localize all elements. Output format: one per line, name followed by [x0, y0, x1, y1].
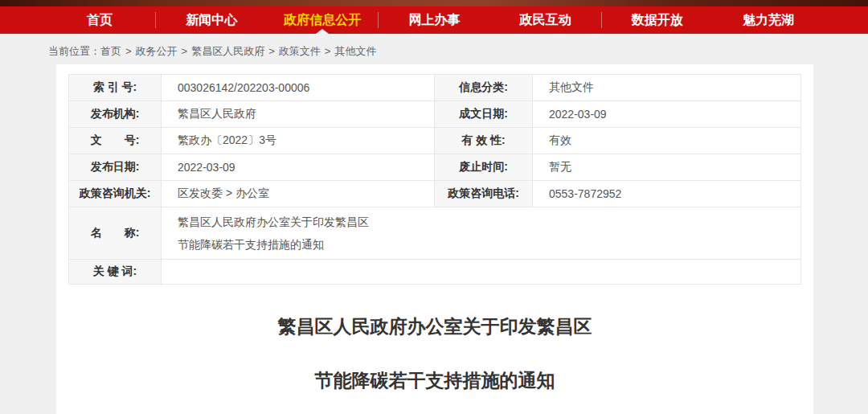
repeal-time-label: 废止时间:	[435, 154, 533, 181]
policy-consult-phone-value: 0553-7872952	[533, 181, 801, 207]
validity-label: 有 效 性:	[435, 128, 533, 154]
document-number-label: 文 号:	[69, 128, 162, 154]
document-name-line1: 繁昌区人民政府办公室关于印发繁昌区	[178, 214, 800, 230]
nav-item-public-interaction[interactable]: 政民互动	[490, 6, 601, 34]
document-name-label: 名 称:	[69, 207, 162, 260]
policy-consult-phone-label: 政策咨询电话:	[435, 181, 533, 207]
breadcrumb-item-gov-affairs[interactable]: 政务公开	[136, 45, 178, 57]
table-row: 发布机构: 繁昌区人民政府 成文日期: 2022-03-09	[69, 101, 801, 128]
repeal-time-value: 暂无	[533, 154, 801, 181]
nav-item-government-info-disclosure[interactable]: 政府信息公开	[267, 6, 378, 34]
table-row: 关 键 词:	[69, 260, 801, 285]
keywords-label: 关 键 词:	[69, 260, 162, 285]
info-category-value: 其他文件	[533, 75, 801, 101]
table-row: 名 称: 繁昌区人民政府办公室关于印发繁昌区 节能降碳若干支持措施的通知	[69, 207, 801, 260]
breadcrumb-item-other-documents[interactable]: 其他文件	[334, 45, 376, 57]
nav-item-charm-wuhu[interactable]: 魅力芜湖	[713, 6, 824, 34]
document-info-table: 索 引 号: 003026142/202203-00006 信息分类: 其他文件…	[68, 74, 801, 285]
breadcrumb-label: 当前位置：	[48, 45, 100, 57]
keywords-value	[162, 260, 801, 285]
article-title-line1: 繁昌区人民政府办公室关于印发繁昌区	[68, 317, 801, 336]
written-date-value: 2022-03-09	[533, 101, 801, 128]
validity-value: 有效	[533, 128, 801, 154]
nav-item-open-data[interactable]: 数据开放	[602, 6, 713, 34]
nav-item-home[interactable]: 首页	[44, 6, 155, 34]
nav-item-news-center[interactable]: 新闻中心	[156, 6, 267, 34]
breadcrumb-separator: >	[325, 45, 331, 57]
banner-image	[0, 0, 868, 6]
info-category-label: 信息分类:	[435, 75, 533, 101]
nav-item-online-services[interactable]: 网上办事	[379, 6, 489, 34]
issuing-agency-value: 繁昌区人民政府	[162, 101, 435, 128]
issuing-agency-label: 发布机构:	[69, 101, 162, 128]
index-number-label: 索 引 号:	[69, 75, 162, 101]
index-number-value: 003026142/202203-00006	[162, 75, 435, 101]
breadcrumb: 当前位置：首页>政务公开>繁昌区人民政府>政策文件>其他文件	[0, 34, 868, 64]
table-row: 文 号: 繁政办〔2022〕3号 有 效 性: 有效	[69, 128, 801, 154]
document-number-value: 繁政办〔2022〕3号	[162, 128, 435, 154]
written-date-label: 成文日期:	[435, 101, 533, 128]
content-card: 索 引 号: 003026142/202203-00006 信息分类: 其他文件…	[56, 64, 813, 414]
document-name-value: 繁昌区人民政府办公室关于印发繁昌区 节能降碳若干支持措施的通知	[162, 207, 801, 260]
breadcrumb-separator: >	[125, 45, 132, 57]
publish-date-value: 2022-03-09	[162, 154, 435, 181]
breadcrumb-item-home[interactable]: 首页	[100, 45, 121, 57]
policy-consult-agency-label: 政策咨询机关:	[69, 181, 162, 207]
main-nav: 首页 新闻中心 政府信息公开 网上办事 政民互动 数据开放 魅力芜湖	[0, 6, 868, 34]
breadcrumb-item-fanchang-gov[interactable]: 繁昌区人民政府	[191, 45, 264, 57]
table-row: 索 引 号: 003026142/202203-00006 信息分类: 其他文件	[69, 75, 801, 101]
breadcrumb-item-policy-documents[interactable]: 政策文件	[279, 45, 321, 57]
table-row: 发布日期: 2022-03-09 废止时间: 暂无	[69, 154, 801, 181]
table-row: 政策咨询机关: 区发改委 > 办公室 政策咨询电话: 0553-7872952	[69, 181, 801, 207]
policy-consult-agency-value: 区发改委 > 办公室	[162, 181, 435, 207]
breadcrumb-separator: >	[268, 45, 275, 57]
document-name-line2: 节能降碳若干支持措施的通知	[178, 236, 800, 252]
breadcrumb-separator: >	[182, 45, 188, 57]
publish-date-label: 发布日期:	[69, 154, 162, 181]
article-title-line2: 节能降碳若干支持措施的通知	[68, 371, 801, 390]
